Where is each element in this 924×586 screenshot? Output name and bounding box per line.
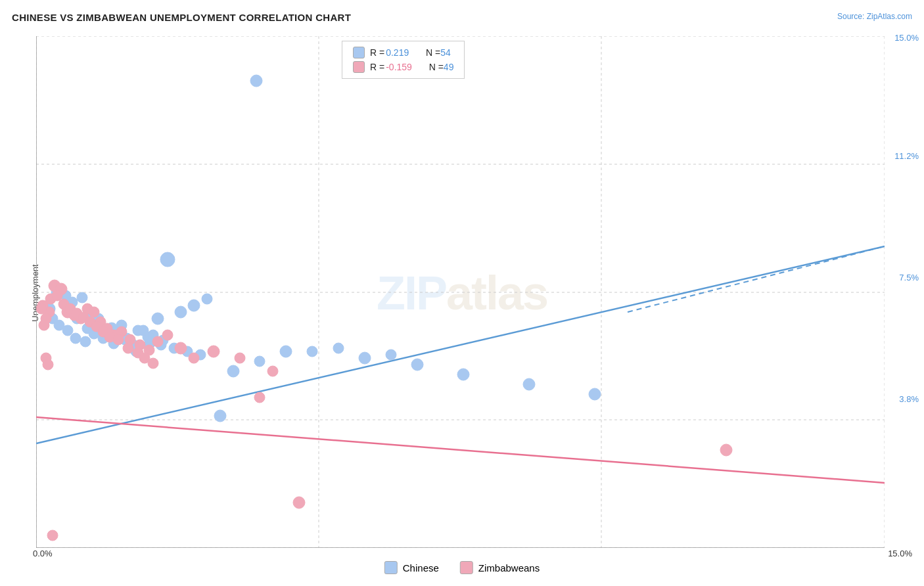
svg-point-26 xyxy=(160,252,175,267)
chart-title: CHINESE VS ZIMBABWEAN UNEMPLOYMENT CORRE… xyxy=(12,12,351,23)
svg-point-48 xyxy=(138,325,149,336)
legend-pink-r-value: -0.159 xyxy=(386,62,412,72)
svg-point-104 xyxy=(47,530,58,541)
svg-point-82 xyxy=(152,336,163,347)
y-tick-15: 15.0% xyxy=(894,33,919,43)
svg-point-106 xyxy=(293,497,305,508)
legend-pink-r-label: R = xyxy=(370,62,384,72)
svg-point-25 xyxy=(152,313,164,325)
bottom-swatch-blue xyxy=(384,561,398,574)
svg-point-31 xyxy=(254,356,265,367)
y-tick-38: 3.8% xyxy=(899,394,919,404)
x-tick-0: 0.0% xyxy=(33,549,53,558)
svg-point-37 xyxy=(411,359,423,371)
svg-point-41 xyxy=(70,333,81,344)
svg-point-36 xyxy=(386,349,396,360)
bottom-legend: Chinese Zimbabweans xyxy=(384,561,540,574)
svg-point-84 xyxy=(175,342,187,354)
svg-point-114 xyxy=(720,444,732,456)
svg-point-103 xyxy=(148,358,158,369)
svg-point-27 xyxy=(175,306,187,318)
legend-blue-r-value: 0.219 xyxy=(386,47,409,58)
legend-blue-n-value: 54 xyxy=(440,47,451,58)
svg-point-42 xyxy=(80,336,91,347)
svg-point-105 xyxy=(254,392,265,403)
svg-point-113 xyxy=(36,304,47,314)
svg-point-87 xyxy=(235,353,245,363)
legend-row-blue: R = 0.219 N = 54 xyxy=(353,47,453,58)
svg-line-12 xyxy=(628,246,885,312)
svg-point-39 xyxy=(523,378,535,390)
svg-point-88 xyxy=(267,366,278,376)
svg-point-108 xyxy=(43,359,53,370)
bottom-legend-chinese: Chinese xyxy=(384,561,439,574)
svg-point-18 xyxy=(77,292,87,303)
svg-point-85 xyxy=(189,353,199,363)
bottom-legend-zimbabweans: Zimbabweans xyxy=(460,561,540,574)
svg-point-34 xyxy=(333,343,344,353)
svg-point-40 xyxy=(589,388,601,400)
svg-point-58 xyxy=(62,325,73,336)
legend-box: R = 0.219 N = 54 R = -0.159 N = 49 xyxy=(342,41,465,79)
legend-blue-r-label: R = xyxy=(370,47,384,58)
legend-swatch-pink xyxy=(353,61,365,73)
svg-point-90 xyxy=(52,290,62,301)
bottom-legend-zimbabweans-label: Zimbabweans xyxy=(478,562,540,574)
legend-row-pink: R = -0.159 N = 49 xyxy=(353,61,453,73)
svg-point-86 xyxy=(208,346,219,357)
svg-point-74 xyxy=(89,307,99,317)
x-tick-15: 15.0% xyxy=(888,549,912,558)
svg-point-28 xyxy=(188,300,200,311)
source-label: Source: ZipAtlas.com xyxy=(837,12,912,21)
svg-point-33 xyxy=(307,346,317,357)
svg-point-38 xyxy=(457,369,469,380)
svg-point-35 xyxy=(359,352,371,364)
svg-point-111 xyxy=(39,320,49,330)
svg-line-13 xyxy=(36,417,885,483)
bottom-legend-chinese-label: Chinese xyxy=(403,562,439,574)
svg-point-100 xyxy=(123,343,133,353)
legend-swatch-blue xyxy=(353,47,365,58)
svg-point-99 xyxy=(113,334,124,345)
y-tick-75: 7.5% xyxy=(899,273,919,282)
svg-point-29 xyxy=(202,294,212,304)
svg-point-83 xyxy=(162,330,173,340)
y-tick-112: 11.2% xyxy=(894,151,919,161)
bottom-swatch-pink xyxy=(460,561,473,574)
svg-point-51 xyxy=(214,410,226,422)
svg-point-14 xyxy=(250,75,262,87)
svg-point-30 xyxy=(227,365,239,377)
legend-blue-n-label: N = xyxy=(421,47,440,58)
chart-svg xyxy=(36,36,885,548)
svg-point-32 xyxy=(280,346,292,357)
legend-pink-n-label: N = xyxy=(424,62,444,72)
legend-pink-n-value: 49 xyxy=(444,62,454,72)
chart-container: CHINESE VS ZIMBABWEAN UNEMPLOYMENT CORRE… xyxy=(0,0,924,586)
